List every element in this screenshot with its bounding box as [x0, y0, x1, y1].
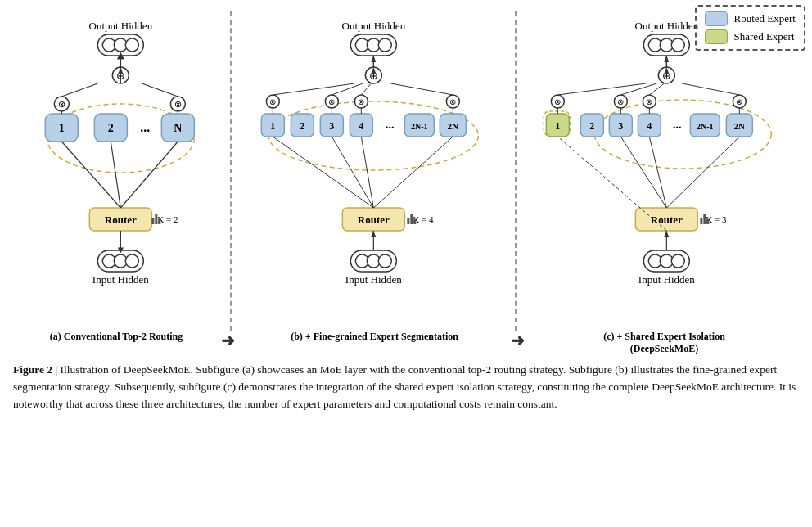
- svg-point-46: [378, 38, 391, 52]
- svg-text:⊗: ⊗: [737, 97, 743, 106]
- svg-text:2: 2: [590, 120, 595, 132]
- subfig-c: Output Hidden ⊕ 1: [517, 11, 801, 355]
- svg-line-20: [61, 83, 97, 97]
- svg-text:4: 4: [647, 120, 652, 132]
- svg-text:...: ...: [673, 119, 682, 131]
- svg-line-21: [142, 83, 178, 97]
- svg-point-103: [672, 38, 685, 52]
- svg-text:3: 3: [619, 120, 624, 132]
- svg-line-131: [558, 83, 647, 95]
- svg-text:2N: 2N: [447, 121, 458, 131]
- subfig-c-svg: Output Hidden ⊕ 1: [517, 11, 801, 322]
- figure-label: Figure 2: [13, 363, 52, 376]
- svg-text:⊗: ⊗: [174, 99, 182, 109]
- svg-point-97: [378, 254, 391, 268]
- svg-text:...: ...: [386, 119, 395, 131]
- svg-line-74: [332, 83, 363, 95]
- svg-text:Router: Router: [651, 214, 683, 226]
- svg-text:2N-1: 2N-1: [697, 122, 714, 131]
- svg-text:⊗: ⊗: [647, 97, 653, 106]
- svg-rect-29: [151, 218, 154, 224]
- svg-line-76: [390, 83, 453, 95]
- svg-text:⊗: ⊗: [555, 97, 562, 106]
- svg-point-4: [125, 38, 138, 52]
- svg-rect-30: [155, 214, 157, 224]
- svg-line-88: [273, 137, 373, 208]
- svg-text:Input Hidden: Input Hidden: [638, 273, 695, 286]
- svg-rect-145: [707, 220, 710, 224]
- svg-text:1: 1: [270, 120, 275, 132]
- svg-text:⊗: ⊗: [449, 97, 456, 106]
- svg-marker-107: [665, 56, 670, 62]
- svg-text:⊗: ⊗: [58, 99, 65, 109]
- svg-rect-86: [410, 214, 413, 224]
- svg-line-34: [120, 142, 178, 208]
- subfig-b-svg: Output Hidden ⊕ 1 2 3: [232, 11, 516, 322]
- svg-marker-50: [371, 56, 376, 62]
- svg-text:2N: 2N: [734, 121, 746, 131]
- figure-caption: Figure 2 | Illustration of DeepSeekMoE. …: [11, 362, 801, 413]
- svg-marker-151: [665, 231, 670, 237]
- svg-text:2: 2: [108, 122, 114, 134]
- svg-point-155: [672, 254, 685, 268]
- svg-line-134: [683, 83, 740, 95]
- svg-text:⊗: ⊗: [358, 97, 364, 106]
- svg-rect-31: [158, 220, 160, 224]
- svg-marker-93: [371, 231, 376, 237]
- svg-text:3: 3: [329, 120, 334, 132]
- figure-text: Illustration of DeepSeekMoE. Subfigure (…: [13, 363, 796, 410]
- svg-line-73: [273, 83, 354, 95]
- svg-text:Output Hidden: Output Hidden: [341, 20, 405, 32]
- svg-rect-144: [704, 214, 706, 224]
- diagrams-row: Output Hidden ⊕ 1 2: [11, 11, 801, 355]
- subfig-a-svg: Output Hidden ⊕ 1 2: [11, 11, 230, 322]
- svg-point-39: [125, 254, 138, 268]
- subfig-b: Output Hidden ⊕ 1 2 3: [232, 11, 516, 355]
- svg-line-91: [373, 137, 453, 208]
- svg-text:Input Hidden: Input Hidden: [345, 273, 402, 286]
- svg-text:2N-1: 2N-1: [411, 122, 428, 131]
- svg-rect-87: [413, 220, 416, 224]
- svg-text:⊗: ⊗: [618, 97, 625, 106]
- main-container: Routed Expert Shared Expert Output Hidde…: [0, 0, 812, 527]
- svg-text:...: ...: [140, 120, 150, 134]
- svg-text:Output Hidden: Output Hidden: [635, 20, 699, 32]
- svg-line-147: [650, 137, 667, 208]
- svg-line-148: [667, 137, 740, 208]
- svg-text:N: N: [174, 122, 182, 134]
- svg-text:1: 1: [59, 122, 65, 134]
- figure-separator: |: [52, 363, 60, 376]
- svg-line-146: [621, 137, 667, 208]
- svg-text:4: 4: [359, 120, 363, 132]
- svg-text:Router: Router: [105, 214, 137, 226]
- svg-text:2: 2: [300, 120, 304, 132]
- svg-line-75: [361, 83, 371, 95]
- svg-text:Router: Router: [358, 214, 390, 226]
- subfig-a: Output Hidden ⊕ 1 2: [11, 11, 230, 355]
- svg-text:Input Hidden: Input Hidden: [92, 273, 149, 286]
- svg-text:⊗: ⊗: [328, 97, 335, 106]
- svg-rect-85: [407, 218, 409, 224]
- svg-text:1: 1: [556, 120, 561, 132]
- svg-text:⊗: ⊗: [269, 97, 276, 106]
- svg-rect-143: [701, 218, 703, 224]
- svg-text:Output Hidden: Output Hidden: [89, 20, 153, 32]
